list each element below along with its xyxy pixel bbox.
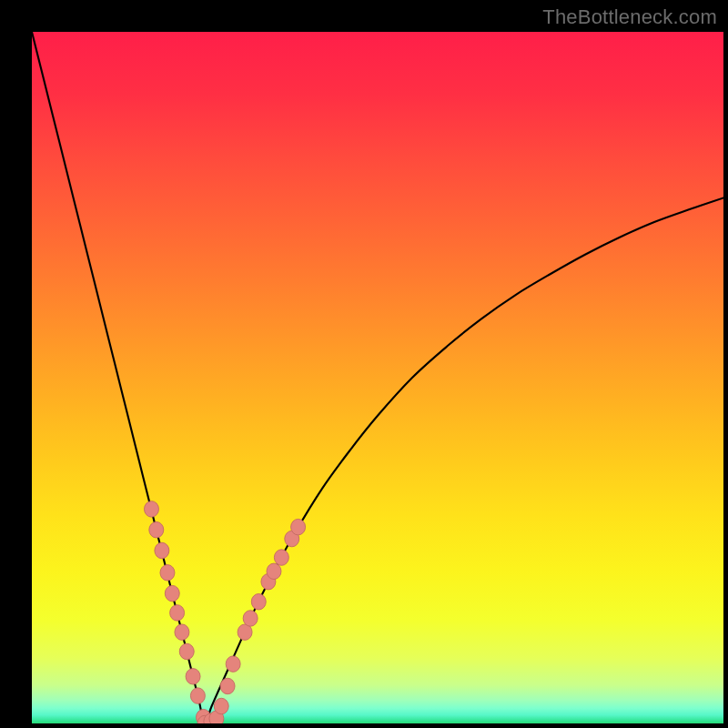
plot-area: [32, 32, 723, 723]
curve-marker: [165, 585, 179, 601]
curve-marker: [179, 643, 194, 659]
curve-marker: [243, 611, 258, 626]
curve-marker: [251, 594, 266, 610]
curve-marker: [226, 656, 240, 672]
curve-layer: [32, 32, 723, 723]
curve-marker: [170, 605, 185, 621]
curve-marker: [220, 678, 235, 693]
chart-frame: TheBottleneck.com: [0, 0, 728, 728]
curve-marker: [145, 501, 159, 517]
curve-markers: [145, 501, 306, 723]
curve-marker: [175, 624, 189, 640]
curve-marker: [149, 521, 164, 537]
curve-marker: [160, 565, 175, 581]
curve-marker: [186, 669, 200, 684]
curve-marker: [267, 563, 281, 579]
curve-marker: [214, 698, 228, 713]
curve-marker: [190, 688, 205, 703]
bottleneck-curve: [32, 32, 723, 723]
curve-marker: [291, 519, 306, 534]
curve-marker: [155, 542, 169, 558]
watermark-text: TheBottleneck.com: [542, 5, 717, 29]
curve-marker: [274, 550, 288, 565]
